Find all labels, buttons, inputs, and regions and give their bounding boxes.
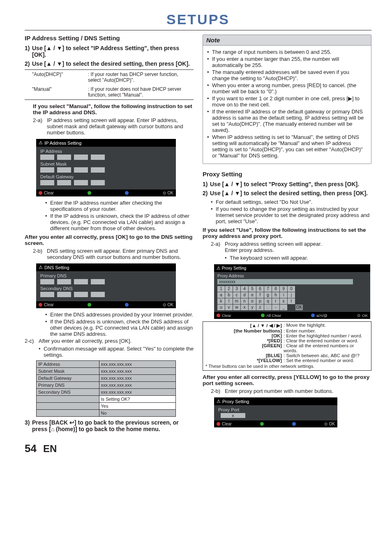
keyboard-key[interactable]: q: [264, 298, 272, 304]
substep-num: 2-a): [33, 117, 47, 136]
substep-num: 2-a): [211, 241, 225, 253]
keyboard-key[interactable]: -: [272, 305, 279, 310]
substep-2a: 2-a) IP address setting screen will appe…: [33, 117, 194, 136]
ip-row[interactable]: ...: [40, 167, 172, 173]
blue-icon: [311, 314, 315, 317]
warning-icon: ⚠: [217, 265, 221, 270]
keyboard-key[interactable]: b: [225, 292, 233, 298]
keyboard-key[interactable]: j: [288, 292, 295, 298]
ip-row[interactable]: ...: [40, 292, 172, 297]
field-label: Primary DNS: [40, 273, 172, 278]
keyboard-key[interactable]: k: [217, 298, 225, 304]
field-label: Subnet Mask: [40, 162, 172, 166]
list-item: When you enter a wrong number, press [RE…: [207, 82, 367, 95]
dns-setting-screen: ⚠ DNS Setting Primary DNS ... Secondary …: [36, 263, 176, 308]
list-item: Enter the IP address number after checki…: [45, 200, 194, 212]
warning-icon: ⚠: [217, 399, 221, 404]
ip-row[interactable]: ...: [40, 279, 172, 284]
keyboard-key[interactable]: v: [225, 305, 233, 310]
keyboard-key[interactable]: o: [249, 298, 256, 304]
keyboard-key[interactable]: p: [256, 298, 264, 304]
ip-row[interactable]: ...: [40, 155, 172, 160]
keyboard-key[interactable]: m: [233, 298, 240, 304]
list-item: If you enter a number larger than 255, t…: [207, 56, 367, 68]
keyboard-key[interactable]: 8: [272, 286, 279, 292]
keyboard-key[interactable]: y: [249, 305, 256, 310]
divider: [25, 30, 371, 30]
list-item: The manually entered addresses will be s…: [207, 69, 367, 81]
keyboard-key[interactable]: 7: [264, 286, 272, 292]
proxy-step-1: 1) Use [▲ / ▼] to select "Proxy Setting"…: [203, 181, 371, 187]
allclear-hint: All Clear: [261, 313, 281, 318]
page-language: EN: [43, 443, 57, 455]
warning-icon: ⚠: [39, 140, 43, 145]
keyboard-key[interactable]: e: [249, 292, 256, 298]
ip-row[interactable]: ...: [40, 180, 172, 185]
warning-icon: ⚠: [39, 265, 43, 270]
legend-row: *[RED]: Clear the entered number or word…: [205, 338, 369, 343]
keyboard-key[interactable]: 9: [280, 286, 287, 292]
keyboard-key[interactable]: 2: [225, 286, 233, 292]
keyboard-key[interactable]: 6: [256, 286, 264, 292]
section-heading: IP Address Setting / DNS Setting: [25, 35, 194, 42]
substep-num: 2-b): [211, 388, 225, 394]
list-item: If the DNS address is unknown, check the…: [45, 319, 194, 337]
screen-title: DNS Setting: [44, 265, 69, 270]
keyboard-key[interactable]: c: [233, 292, 240, 298]
red-icon: [39, 303, 42, 307]
blue-icon: [125, 303, 129, 307]
after-ip-head: After you enter all correctly, press [OK…: [25, 234, 194, 246]
list-item: The keyboard screen will appear.: [225, 255, 371, 261]
page-number: 54: [25, 442, 37, 455]
substep-text: After you enter all correctly, press [OK…: [39, 338, 194, 344]
keyboard-key[interactable]: _: [280, 305, 287, 310]
keyboard-key[interactable]: w: [233, 305, 240, 310]
table-row: No: [37, 410, 176, 417]
left-column: IP Address Setting / DNS Setting 1) Use …: [25, 35, 194, 435]
legend-row: [the Number buttons]: Enter number.: [205, 328, 369, 333]
proxy-address-value[interactable]: xxxxxxxx: [217, 279, 353, 284]
ok-hint: ⊙ OK: [357, 313, 368, 318]
keyboard-key[interactable]: x: [241, 305, 248, 310]
cell-name: "Auto(DHCP)": [25, 70, 85, 85]
cell-name: "Manual": [25, 85, 85, 100]
keyboard-key[interactable]: f: [256, 292, 264, 298]
clear-hint: Clear: [217, 422, 232, 426]
keyboard-key[interactable]: d: [241, 292, 248, 298]
list-item: For default settings, select "Do Not Use…: [211, 199, 371, 205]
keyboard-key[interactable]: h: [272, 292, 279, 298]
list-item: Confirmation message will appear. Select…: [39, 346, 194, 358]
step-text: Use [▲ / ▼] to select the desired settin…: [210, 190, 371, 196]
keyboard-key[interactable]: t: [288, 298, 295, 304]
substep-num: 2-c): [25, 338, 39, 344]
clear-hint: Clear: [39, 302, 54, 307]
keyboard-key[interactable]: OK: [295, 305, 303, 310]
table-row: "Manual": If your router does not have D…: [25, 85, 194, 100]
keyboard-key[interactable]: i: [280, 292, 287, 298]
legend-row: [OK]: Enter the highlighted number / wor…: [205, 333, 369, 338]
keyboard-key[interactable]: 5: [249, 286, 256, 292]
keyboard-key[interactable]: .: [264, 305, 272, 310]
keyboard-key[interactable]: g: [264, 292, 272, 298]
keyboard-key[interactable]: r: [272, 298, 279, 304]
keyboard-key[interactable]: 1: [217, 286, 225, 292]
list-item: If you need to change the proxy setting …: [211, 206, 371, 224]
keyboard-key[interactable]: n: [241, 298, 248, 304]
keyboard-key[interactable]: z: [256, 305, 264, 310]
field-label: Proxy Address: [217, 274, 367, 278]
keyboard-grid[interactable]: 1234567890abcdefghijklmnopqrstuvwxyz.-_O…: [217, 286, 367, 310]
keyboard-key[interactable]: l: [225, 298, 233, 304]
substep-text: Enter proxy port number with number butt…: [225, 388, 371, 394]
proxy-port-value[interactable]: x: [221, 413, 245, 418]
screen-title: Proxy Setting: [222, 399, 249, 404]
option-table: "Auto(DHCP)": If your router has DHCP se…: [25, 69, 194, 100]
keyboard-key[interactable]: 3: [233, 286, 240, 292]
green-icon: [88, 303, 91, 307]
keyboard-key[interactable]: u: [217, 305, 225, 310]
table-row: Yes: [37, 403, 176, 410]
keyboard-key[interactable]: 0: [288, 286, 295, 292]
keyboard-key[interactable]: s: [280, 298, 287, 304]
keyboard-key[interactable]: a: [217, 292, 225, 298]
keyboard-key[interactable]: 4: [241, 286, 248, 292]
step-number: 3): [25, 419, 32, 432]
